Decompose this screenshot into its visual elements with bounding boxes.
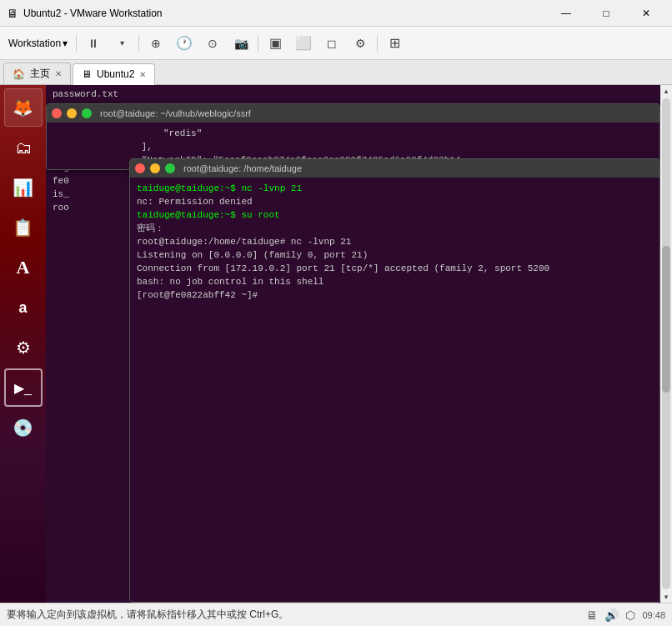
- pause-button[interactable]: ⏸: [80, 30, 107, 57]
- title-controls: — □ ✕: [547, 2, 665, 25]
- app4-icon: 📋: [13, 218, 33, 238]
- terminal-window-2[interactable]: root@taiduge: /home/taiduge taiduge@taid…: [129, 158, 660, 603]
- term1-close-btn[interactable]: [52, 108, 62, 118]
- terminal1-title: root@taiduge: ~/vulhub/weblogic/ssrf: [100, 108, 251, 118]
- sidebar-item-font[interactable]: A: [4, 248, 43, 287]
- send-ctrl-alt-del-button[interactable]: ⊕: [143, 30, 169, 57]
- status-bar: 要将输入定向到该虚拟机，请将鼠标指针移入其中或按 Ctrl+G。 🖥 🔊 ⬡ 0…: [0, 603, 672, 626]
- workstation-menu-button[interactable]: Workstation ▾: [3, 30, 73, 57]
- tab-ubuntu2[interactable]: 🖥 Ubuntu2 ✕: [73, 63, 155, 85]
- terminal2-title: root@taiduge: /home/taiduge: [183, 163, 302, 173]
- sidebar-item-app4[interactable]: 📋: [4, 208, 43, 247]
- sidebar-item-terminal[interactable]: ▶_: [4, 368, 43, 407]
- scroll-track[interactable]: [662, 98, 670, 589]
- ubuntu2-tab-label: Ubuntu2: [97, 68, 134, 80]
- title-bar: 🖥 Ubuntu2 - VMware Workstation — □ ✕: [0, 0, 672, 27]
- clock-icon: 09:48: [642, 610, 665, 620]
- settings-icon: ⚙: [16, 338, 31, 358]
- sidebar-item-firefox[interactable]: 🦊: [4, 88, 43, 127]
- terminal2-titlebar: root@taiduge: /home/taiduge: [130, 159, 659, 178]
- term1-line1: "redis": [53, 128, 653, 141]
- password-file-bar: password.txt: [46, 85, 672, 103]
- desktop-area[interactable]: password.txt ] roo CON 642 log fe0 is_ r…: [46, 85, 672, 603]
- term2-close-btn[interactable]: [135, 163, 145, 173]
- title-left: 🖥 Ubuntu2 - VMware Workstation: [7, 7, 163, 20]
- term1-min-btn[interactable]: [67, 108, 77, 118]
- term2-line5: root@taiduge:/home/taiduge# nc -lvnp 21: [137, 236, 653, 249]
- password-file-text: password.txt: [53, 89, 118, 99]
- scroll-down-button[interactable]: ▼: [660, 591, 672, 603]
- sidebar: 🦊 🗂 📊 📋 A a ⚙ ▶_ 💿: [0, 85, 46, 603]
- term2-line2: nc: Permission denied: [137, 196, 653, 209]
- spreadsheet-icon: 📊: [13, 178, 33, 198]
- sidebar-item-dvd[interactable]: 💿: [4, 408, 43, 447]
- view-fullscreen-button[interactable]: ▣: [262, 30, 288, 57]
- window-title: Ubuntu2 - VMware Workstation: [23, 8, 163, 19]
- scrollbar[interactable]: ▲ ▼: [660, 85, 672, 603]
- snapshot-button[interactable]: 🕐: [171, 30, 198, 57]
- term2-line1: taiduge@taiduge:~$ nc -lvnp 21: [137, 183, 653, 196]
- term2-line4: 密码：: [137, 223, 653, 236]
- dvd-icon: 💿: [13, 418, 33, 438]
- take-snapshot-button[interactable]: 📷: [228, 30, 254, 57]
- network-icon[interactable]: 🖥: [586, 608, 598, 622]
- sidebar-item-amazon[interactable]: a: [4, 288, 43, 327]
- custom-button[interactable]: ⊞: [381, 30, 408, 57]
- unity-mode-button[interactable]: ⬜: [290, 30, 317, 57]
- toolbar: Workstation ▾ ⏸ ▾ ⊕ 🕐 ⊙ 📷 ▣ ⬜ ◻ ⚙ ⊞: [0, 27, 672, 60]
- sidebar-item-files[interactable]: 🗂: [4, 128, 43, 167]
- home-tab-icon: 🏠: [13, 68, 25, 80]
- terminal1-titlebar: root@taiduge: ~/vulhub/weblogic/ssrf: [47, 104, 659, 123]
- term2-min-btn[interactable]: [150, 163, 160, 173]
- restore-snapshot-button[interactable]: ⊙: [199, 30, 226, 57]
- home-tab-label: 主页: [30, 67, 50, 81]
- pause-dropdown-button[interactable]: ▾: [108, 30, 135, 57]
- home-tab-close[interactable]: ✕: [55, 69, 62, 78]
- tab-bar: 🏠 主页 ✕ 🖥 Ubuntu2 ✕: [0, 60, 672, 85]
- term2-line7: Connection from [172.19.0.2] port 21 [tc…: [137, 263, 653, 276]
- scroll-up-button[interactable]: ▲: [660, 85, 672, 97]
- tab-home[interactable]: 🏠 主页 ✕: [3, 63, 71, 84]
- status-icons: 🖥 🔊 ⬡ 09:48: [586, 608, 665, 622]
- files-icon: 🗂: [15, 138, 32, 158]
- terminal-icon: ▶_: [14, 380, 32, 396]
- audio-icon[interactable]: 🔊: [604, 608, 619, 622]
- terminal2-body: taiduge@taiduge:~$ nc -lvnp 21 nc: Permi…: [130, 178, 659, 602]
- main-area: 🦊 🗂 📊 📋 A a ⚙ ▶_ 💿 password.txt: [0, 85, 672, 603]
- toolbar-separator-1: [76, 35, 77, 52]
- stretch-mode-button[interactable]: ⚙: [347, 30, 374, 57]
- status-text: 要将输入定向到该虚拟机，请将鼠标指针移入其中或按 Ctrl+G。: [7, 608, 288, 622]
- sidebar-item-settings[interactable]: ⚙: [4, 328, 43, 367]
- term2-max-btn[interactable]: [165, 163, 175, 173]
- fit-vm-button[interactable]: ◻: [318, 30, 345, 57]
- firefox-icon: 🦊: [13, 98, 33, 118]
- term2-line8: bash: no job control in this shell: [137, 276, 653, 289]
- close-button[interactable]: ✕: [627, 2, 665, 25]
- term1-max-btn[interactable]: [82, 108, 92, 118]
- workstation-label: Workstation: [8, 38, 61, 49]
- amazon-icon: a: [18, 299, 27, 317]
- scroll-thumb[interactable]: [662, 246, 670, 393]
- toolbar-separator-4: [377, 35, 378, 52]
- minimize-button[interactable]: —: [547, 2, 585, 25]
- term2-line3: taiduge@taiduge:~$ su root: [137, 209, 653, 223]
- ubuntu2-tab-close[interactable]: ✕: [139, 70, 146, 79]
- term2-line6: Listening on [0.0.0.0] (family 0, port 2…: [137, 249, 653, 263]
- app-icon: 🖥: [7, 7, 18, 20]
- toolbar-separator-3: [258, 35, 258, 52]
- usb-icon[interactable]: ⬡: [625, 608, 635, 622]
- toolbar-separator-2: [138, 35, 139, 52]
- term2-line9: [root@fe0822abff42 ~]#: [137, 289, 653, 303]
- sidebar-item-spreadsheet[interactable]: 📊: [4, 168, 43, 207]
- term1-line2: ],: [53, 141, 653, 154]
- font-icon: A: [17, 257, 30, 278]
- maximize-button[interactable]: □: [587, 2, 625, 25]
- ubuntu2-tab-icon: 🖥: [82, 68, 92, 80]
- dropdown-icon: ▾: [63, 38, 68, 49]
